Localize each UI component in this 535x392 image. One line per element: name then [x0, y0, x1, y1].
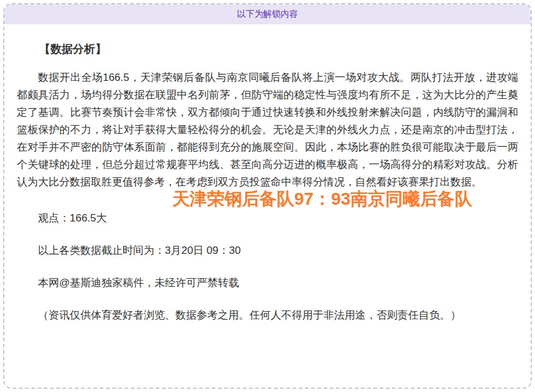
copyright-line: 本网@基斯迪独家稿件，未经许可严禁转载	[17, 274, 518, 292]
unlocked-content-card: 以下为解锁内容 【数据分析】 数据开出全场166.5，天津荣钢后备队与南京同曦后…	[3, 3, 532, 389]
analysis-paragraph: 数据开出全场166.5，天津荣钢后备队与南京同曦后备队将上演一场对攻大战。两队打…	[17, 69, 518, 191]
score-prediction: 天津荣钢后备队97：93南京同曦后备队	[172, 189, 518, 210]
unlock-banner: 以下为解锁内容	[4, 4, 531, 24]
data-cutoff-line: 以上各类数据截止时间为：3月20日 09：30	[17, 242, 518, 259]
article-content: 【数据分析】 数据开出全场166.5，天津荣钢后备队与南京同曦后备队将上演一场对…	[4, 40, 531, 324]
unlock-banner-label: 以下为解锁内容	[237, 9, 298, 20]
viewpoint-line: 观点：166.5大	[17, 210, 518, 227]
section-heading: 【数据分析】	[17, 40, 518, 58]
disclaimer-line: （资讯仅供体育爱好者浏览、数据参考之用。任何人不得用于非法用途，否则责任自负。）	[17, 307, 518, 324]
